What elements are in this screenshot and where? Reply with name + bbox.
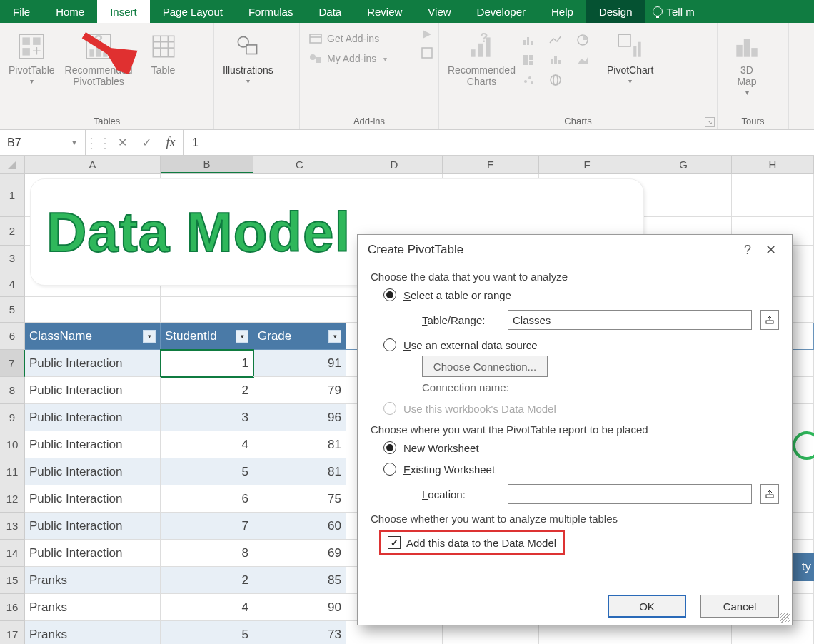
cell[interactable]: 6	[161, 485, 253, 513]
tab-file[interactable]: File	[0, 0, 43, 23]
enter-formula-button[interactable]: ✓	[134, 130, 159, 155]
row-header[interactable]: 10	[0, 431, 25, 458]
scatter-chart-icon[interactable]	[521, 73, 536, 87]
tab-review[interactable]: Review	[354, 0, 415, 23]
row-header[interactable]: 1	[0, 174, 25, 217]
cell[interactable]: 3	[161, 404, 253, 431]
column-chart-icon[interactable]	[521, 33, 536, 47]
row-header[interactable]: 13	[0, 513, 25, 540]
cell[interactable]: 79	[253, 377, 346, 404]
filter-button[interactable]	[328, 330, 341, 343]
cell[interactable]	[732, 174, 814, 217]
cell[interactable]: Pranks	[25, 567, 161, 594]
get-addins-button[interactable]: Get Add-ins	[304, 29, 383, 49]
cell[interactable]: 90	[253, 594, 346, 621]
choose-connection-button[interactable]: Choose Connection...	[422, 356, 548, 377]
table-button[interactable]: Table	[139, 29, 189, 79]
table-header[interactable]: Grade	[253, 323, 346, 350]
cell[interactable]: 4	[161, 431, 253, 458]
insert-function-button[interactable]: fx	[159, 130, 183, 155]
cell[interactable]: Public Interaction	[25, 485, 161, 513]
pivottable-button[interactable]: PivotTable ▾	[4, 29, 59, 88]
cell[interactable]: 2	[161, 567, 253, 594]
cell[interactable]	[253, 297, 346, 323]
ok-button[interactable]: OK	[608, 595, 686, 618]
tab-view[interactable]: View	[415, 0, 463, 23]
cell[interactable]: 5	[161, 621, 253, 644]
col-header-e[interactable]: E	[443, 156, 539, 173]
cell[interactable]: 85	[253, 567, 346, 594]
select-table-range-radio[interactable]: Select a table or range	[371, 284, 779, 306]
filter-button[interactable]	[236, 330, 248, 343]
filter-button[interactable]	[143, 330, 156, 343]
row-header[interactable]: 11	[0, 458, 25, 485]
cell[interactable]: 5	[161, 458, 253, 485]
cell[interactable]: Public Interaction	[25, 377, 161, 404]
existing-worksheet-radio[interactable]: Existing Worksheet	[371, 458, 779, 480]
cell[interactable]	[635, 174, 732, 217]
row-header[interactable]: 6	[0, 323, 25, 350]
col-header-h[interactable]: H	[732, 156, 814, 173]
row-header[interactable]: 17	[0, 621, 25, 644]
cancel-formula-button[interactable]: ✕	[110, 130, 134, 155]
row-header[interactable]: 14	[0, 540, 25, 567]
row-header[interactable]: 15	[0, 567, 25, 594]
row-header[interactable]: 16	[0, 594, 25, 621]
col-header-d[interactable]: D	[346, 156, 443, 173]
3d-map-button[interactable]: 3D Map ▾	[722, 29, 772, 99]
tab-home[interactable]: Home	[43, 0, 97, 23]
formula-input[interactable]: 1	[184, 136, 814, 149]
tab-formulas[interactable]: Formulas	[236, 0, 306, 23]
collapse-dialog-button[interactable]	[760, 310, 779, 330]
cell[interactable]: 8	[161, 540, 253, 567]
cell[interactable]: Public Interaction	[25, 404, 161, 431]
table-header[interactable]: ClassName	[25, 323, 161, 350]
external-source-radio[interactable]: Use an external data source	[371, 334, 779, 356]
cell[interactable]	[25, 297, 161, 323]
people-graph-icon[interactable]	[420, 46, 434, 60]
new-worksheet-radio[interactable]: New Worksheet	[371, 437, 779, 458]
pie-chart-icon[interactable]	[576, 33, 590, 47]
collapse-dialog-button[interactable]	[760, 484, 779, 504]
cell[interactable]: 7	[161, 513, 253, 540]
cell[interactable]: Pranks	[25, 621, 161, 644]
cell[interactable]: 73	[253, 621, 346, 644]
col-header-a[interactable]: A	[25, 156, 161, 173]
tell-me-search[interactable]: Tell m	[645, 0, 702, 23]
row-header[interactable]: 7	[0, 350, 25, 377]
col-header-g[interactable]: G	[635, 156, 732, 173]
my-addins-button[interactable]: My Add-ins ▾	[304, 49, 391, 69]
row-header[interactable]: 8	[0, 377, 25, 404]
name-box[interactable]: B7 ▼	[0, 130, 86, 155]
treemap-chart-icon[interactable]	[521, 53, 536, 67]
recommended-charts-button[interactable]: ? Recommended Charts	[443, 29, 520, 90]
cell[interactable]: Public Interaction	[25, 431, 161, 458]
col-header-c[interactable]: C	[253, 156, 346, 173]
row-header[interactable]: 9	[0, 404, 25, 431]
cell[interactable]: 81	[253, 431, 346, 458]
tab-help[interactable]: Help	[538, 0, 586, 23]
charts-dialog-launcher[interactable]: ↘	[705, 117, 715, 127]
row-header[interactable]: 4	[0, 271, 25, 297]
tab-insert[interactable]: Insert	[97, 0, 150, 23]
cell[interactable]: Pranks	[25, 594, 161, 621]
close-button[interactable]: ✕	[759, 242, 782, 258]
cell[interactable]: 1	[161, 350, 253, 377]
pivotchart-button[interactable]: PivotChart ▾	[603, 29, 658, 88]
cell[interactable]: 60	[253, 513, 346, 540]
cell[interactable]: 96	[253, 404, 346, 431]
cell[interactable]: Public Interaction	[25, 458, 161, 485]
cell[interactable]: Public Interaction	[25, 350, 161, 377]
illustrations-button[interactable]: Illustrations ▾	[218, 29, 278, 88]
cell[interactable]: 2	[161, 377, 253, 404]
add-to-data-model-checkbox[interactable]: Add this data to the Data Model	[379, 530, 565, 555]
map-chart-icon[interactable]	[548, 73, 563, 87]
cell[interactable]: 69	[253, 540, 346, 567]
row-header[interactable]: 12	[0, 485, 25, 513]
row-header[interactable]: 3	[0, 246, 25, 271]
cell[interactable]: 81	[253, 458, 346, 485]
table-range-input[interactable]: Classes	[508, 310, 752, 330]
cancel-button[interactable]: Cancel	[700, 595, 779, 618]
select-all-corner[interactable]	[0, 156, 25, 173]
location-input[interactable]	[508, 484, 752, 504]
